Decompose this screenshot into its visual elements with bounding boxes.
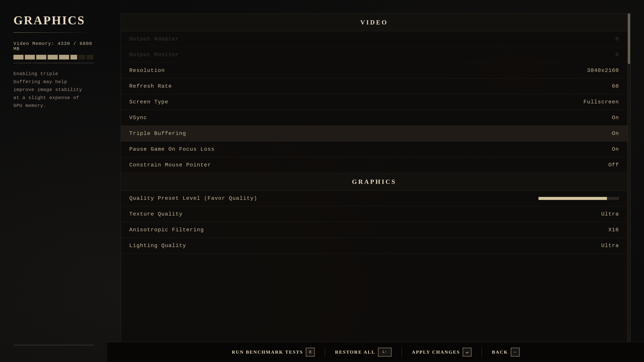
setting-label-refresh-rate: Refresh Rate [129, 83, 172, 89]
back-label: Back [492, 350, 508, 355]
separator-2 [402, 348, 402, 356]
right-panel: Video Output Adapter 0 Output Monitor 0 … [107, 0, 644, 362]
bottom-toolbar: Run Benchmark Tests X Restore All L↑ App… [107, 342, 644, 362]
mem-seg-4 [48, 55, 58, 59]
setting-texture-quality[interactable]: Texture Quality Ultra [121, 206, 628, 222]
setting-label-lighting-quality: Lighting Quality [129, 243, 186, 249]
setting-value-lighting-quality: Ultra [601, 243, 619, 249]
setting-quality-preset[interactable]: Quality Preset Level (Favor Quality) [121, 191, 628, 206]
mem-seg-3 [36, 55, 46, 59]
setting-value-resolution: 3840x2160 [587, 67, 619, 73]
left-panel: Graphics Video Memory: 4330 / 6808 MB En… [0, 0, 107, 362]
setting-label-triple-buffering: Triple Buffering [129, 130, 186, 137]
setting-label-anisotropic: Anisotropic Filtering [129, 227, 204, 233]
setting-label-output-monitor: Output Monitor [129, 52, 179, 58]
section-header-graphics: Graphics [121, 173, 628, 191]
scrollbar-thumb[interactable] [628, 13, 630, 64]
mem-seg-2 [25, 55, 35, 59]
apply-changes-key: ↵ [463, 348, 472, 357]
setting-value-output-adapter: 0 [616, 36, 619, 42]
mem-seg-5 [59, 55, 69, 59]
settings-panel: Video Output Adapter 0 Output Monitor 0 … [121, 13, 630, 362]
setting-label-vsync: VSync [129, 115, 147, 121]
setting-label-pause-game: Pause Game On Focus Loss [129, 146, 215, 152]
quality-preset-bar [538, 197, 619, 200]
main-container: Graphics Video Memory: 4330 / 6808 MB En… [0, 0, 644, 362]
setting-resolution[interactable]: Resolution 3840x2160 [121, 63, 628, 78]
separator-1 [325, 348, 325, 356]
back-key: ← [511, 348, 520, 357]
page-title: Graphics [14, 13, 97, 27]
memory-bar [14, 55, 94, 59]
setting-lighting-quality[interactable]: Lighting Quality Ultra [121, 238, 628, 254]
setting-output-monitor: Output Monitor 0 [121, 47, 628, 63]
setting-label-screen-type: Screen Type [129, 99, 168, 105]
mem-seg-6 [70, 55, 77, 59]
separator-3 [482, 348, 482, 356]
apply-changes-label: Apply Changes [412, 350, 460, 355]
setting-value-vsync: On [612, 115, 619, 121]
settings-content: Video Output Adapter 0 Output Monitor 0 … [121, 13, 628, 254]
memory-divider [14, 63, 94, 63]
setting-anisotropic[interactable]: Anisotropic Filtering X16 [121, 222, 628, 238]
setting-value-output-monitor: 0 [616, 52, 619, 58]
setting-label-constrain-mouse: Constrain Mouse Pointer [129, 162, 211, 168]
setting-label-resolution: Resolution [129, 67, 165, 73]
setting-constrain-mouse[interactable]: Constrain Mouse Pointer Off [121, 157, 628, 173]
setting-label-quality-preset: Quality Preset Level (Favor Quality) [129, 195, 257, 201]
restore-all-key: L↑ [378, 348, 392, 357]
run-benchmark-button[interactable]: Run Benchmark Tests X [232, 348, 314, 357]
scrollbar[interactable] [628, 13, 630, 362]
setting-value-anisotropic: X16 [608, 227, 619, 233]
setting-label-texture-quality: Texture Quality [129, 211, 183, 217]
back-button[interactable]: Back ← [492, 348, 520, 357]
restore-all-label: Restore All [335, 350, 375, 355]
mem-seg-1 [14, 55, 24, 59]
apply-changes-button[interactable]: Apply Changes ↵ [412, 348, 472, 357]
setting-output-adapter: Output Adapter 0 [121, 31, 628, 47]
run-benchmark-key: X [306, 348, 314, 357]
setting-value-pause-game: On [612, 146, 619, 152]
video-memory-label: Video Memory: 4330 / 6808 MB [14, 41, 97, 51]
quality-preset-bar-fill [538, 197, 607, 200]
mem-seg-empty-1 [78, 55, 85, 59]
setting-value-refresh-rate: 60 [612, 83, 619, 89]
setting-refresh-rate[interactable]: Refresh Rate 60 [121, 78, 628, 94]
restore-all-button[interactable]: Restore All L↑ [335, 348, 392, 357]
setting-value-triple-buffering: On [612, 130, 619, 137]
setting-vsync[interactable]: VSync On [121, 110, 628, 126]
description-text: Enabling triple buffering may help impro… [14, 70, 87, 110]
mem-seg-empty-2 [86, 55, 93, 59]
setting-triple-buffering[interactable]: Triple Buffering On [121, 126, 628, 141]
setting-screen-type[interactable]: Screen Type Fullscreen [121, 94, 628, 110]
bottom-divider [14, 345, 94, 345]
setting-label-output-adapter: Output Adapter [129, 36, 179, 42]
run-benchmark-label: Run Benchmark Tests [232, 350, 303, 355]
setting-pause-game[interactable]: Pause Game On Focus Loss On [121, 141, 628, 157]
section-title-video: Video [360, 19, 388, 26]
setting-value-constrain-mouse: Off [608, 162, 619, 168]
section-header-video: Video [121, 13, 628, 31]
setting-value-screen-type: Fullscreen [584, 99, 619, 105]
title-divider [14, 32, 94, 33]
setting-value-texture-quality: Ultra [601, 211, 619, 217]
section-title-graphics: Graphics [352, 178, 396, 185]
